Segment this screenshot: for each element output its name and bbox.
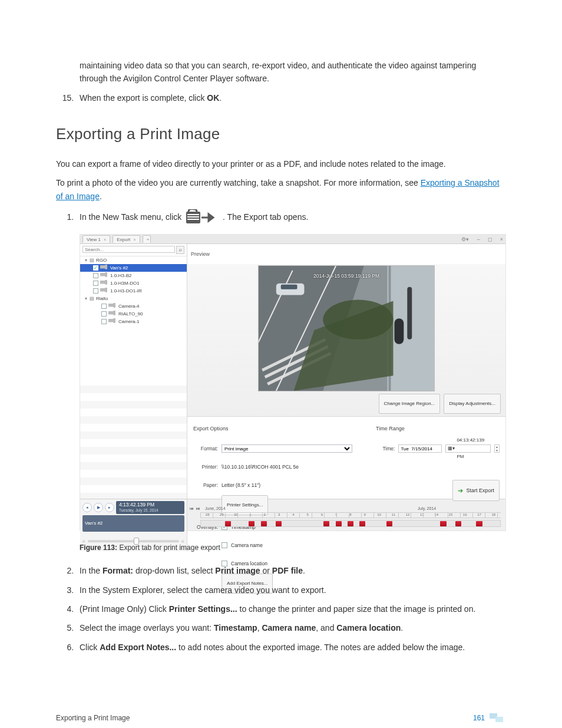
timeline-date: 11 — [386, 506, 401, 512]
timeline-date: 28 — [200, 506, 214, 512]
titlebar: View 1 × Export × + ⚙▾ – ◻ × — [80, 235, 505, 244]
tab-add[interactable]: + — [143, 235, 151, 243]
calendar-icon: ▦▾ — [448, 440, 455, 457]
checkbox-icon[interactable] — [101, 304, 107, 309]
timeline-date: 7 — [329, 506, 343, 512]
caret-down-icon: ▾ — [84, 256, 88, 269]
page-footer: Exporting a Print Image 161 — [56, 713, 506, 724]
format-dropdown[interactable]: Print image — [222, 444, 352, 453]
tab-view1[interactable]: View 1 × — [82, 235, 110, 243]
time-input-value: 04:13:42:139 PM — [457, 432, 488, 465]
paper-value: Letter (8.5" x 11") — [222, 477, 260, 493]
step-1: In the New Task menu, click . The Export… — [76, 209, 506, 556]
play-arrow-icon: ➔ — [458, 482, 463, 499]
snapshot-paragraph: To print a photo of the video you are cu… — [56, 176, 506, 203]
search-input[interactable] — [82, 246, 175, 253]
page-number: 161 — [473, 713, 485, 724]
timeline-date: 29 — [214, 506, 229, 512]
tree-server-rgo[interactable]: ▾▤ RGO — [80, 256, 187, 264]
checkbox-checked-icon[interactable] — [93, 265, 98, 271]
svg-rect-1 — [187, 214, 199, 215]
timeline-date: 16 — [458, 506, 472, 512]
timeline-date: 5 — [300, 506, 315, 512]
timeline-date: 3 — [272, 506, 286, 512]
timeline-date: 4 — [286, 506, 300, 512]
tree-cam-6[interactable]: Camera-1 — [80, 318, 187, 325]
start-export-button[interactable]: ➔ Start Export — [452, 480, 500, 501]
checkbox-icon[interactable] — [101, 311, 107, 317]
time-input[interactable]: ▦▾ 04:13:42:139 PM — [445, 444, 490, 453]
window-maximize-button[interactable]: ◻ — [488, 236, 492, 242]
timeline-nav-arrows[interactable]: ⏮⏭ — [190, 500, 200, 517]
timeline-date: 18 — [487, 506, 501, 512]
window-minimize-button[interactable]: – — [477, 236, 480, 242]
svg-rect-2 — [187, 216, 199, 218]
svg-point-18 — [323, 300, 393, 340]
export-options-header: Export Options — [193, 420, 352, 437]
checkbox-icon[interactable] — [93, 273, 98, 278]
tab-export[interactable]: Export × — [113, 235, 140, 243]
caret-down-icon: ▾ — [84, 291, 88, 307]
step-15: When the export is complete, click OK. — [76, 91, 506, 104]
transport-prev-button[interactable]: ◂ — [82, 503, 92, 512]
step-5: Select the image overlays you want: Time… — [76, 621, 506, 634]
step15-text-c: . — [219, 93, 222, 103]
step15-ok: OK — [207, 93, 219, 103]
timeline-track[interactable] — [200, 520, 501, 527]
timeline-date: 17 — [472, 506, 486, 512]
step1-a: In the New Task menu, click — [80, 212, 184, 222]
timeline-date: 10 — [372, 506, 386, 512]
timeline-date: 9 — [358, 506, 372, 512]
timeline-date: 13 — [415, 506, 429, 512]
format-label: Format: — [193, 440, 218, 457]
preview-illustration — [259, 266, 434, 391]
svg-rect-12 — [281, 285, 297, 289]
chevron-down-icon: ▼ — [495, 449, 499, 452]
footer-logo-mark — [490, 713, 506, 724]
step1-b: . The Export tab opens. — [223, 212, 308, 222]
preview-image: 2014-Jul-15 03:59:19.119 PM — [258, 265, 435, 391]
intro-paragraph: You can export a frame of video directly… — [56, 157, 506, 170]
zoom-slider[interactable] — [88, 540, 179, 542]
svg-rect-3 — [187, 219, 199, 220]
tree-empty-stripes — [80, 378, 187, 499]
timeline-date: 14 — [429, 506, 444, 512]
timeline-date: 1 — [243, 506, 257, 512]
timeline-date: 2 — [257, 506, 272, 512]
step15-text-a: When the export is complete, click — [80, 93, 207, 103]
transport-next-button[interactable]: ▸ — [105, 503, 114, 512]
gear-dropdown[interactable]: ⚙▾ — [461, 236, 469, 242]
timecard-date: Tuesday, July 15, 2014 — [119, 508, 181, 513]
preview-label: Preview — [187, 244, 505, 264]
paper-label: Paper: — [193, 477, 218, 493]
search-icon: ⌕ — [179, 242, 182, 258]
time-label: Time: — [376, 440, 395, 457]
timeline-date: 30 — [229, 506, 243, 512]
display-adjustments-button[interactable]: Display Adjustments... — [444, 394, 501, 414]
change-image-region-button[interactable]: Change Image Region... — [379, 394, 441, 414]
checkbox-icon[interactable] — [101, 319, 107, 324]
tree-camera-vans2[interactable]: Van's #2 — [80, 264, 187, 272]
search-button[interactable]: ⌕ — [176, 246, 184, 254]
checkbox-icon[interactable] — [93, 281, 98, 286]
footer-title: Exporting a Print Image — [56, 713, 130, 724]
window-close-button[interactable]: × — [500, 236, 503, 242]
lead-in-text: maintaining video data so that you can s… — [80, 59, 506, 85]
svg-rect-15 — [407, 287, 412, 340]
timeline-track-area[interactable]: ⏮⏭ June, 2014July, 2014 2829301234567891… — [187, 499, 505, 551]
preview-timestamp-overlay: 2014-Jul-15 03:59:19.119 PM — [313, 268, 379, 284]
start-export-label: Start Export — [466, 482, 494, 499]
snapshot-para-a: To print a photo of the video you are cu… — [56, 178, 421, 187]
timecard-time: 4:13:42.139 PM — [119, 502, 181, 508]
step-6: Click Add Export Notes... to add notes a… — [76, 641, 506, 654]
timeline-date: 8 — [343, 506, 358, 512]
figure-export-tab: View 1 × Export × + ⚙▾ – ◻ × — [80, 234, 506, 531]
date-input[interactable] — [398, 444, 442, 453]
time-spinner[interactable]: ▲▼ — [494, 444, 500, 453]
timeline-camera-label: Van's #2 — [82, 515, 184, 532]
system-explorer: ⌕ ▾▤ RGO Van's #2 1.0-H3-B2 1.0-H3M-DO1 … — [80, 244, 187, 499]
step-4: (Print Image Only) Click Printer Setting… — [76, 602, 506, 615]
printer-label: Printer: — [193, 459, 218, 475]
timeline-date: 12 — [401, 506, 415, 512]
transport-play-button[interactable]: ▶ — [94, 503, 103, 512]
